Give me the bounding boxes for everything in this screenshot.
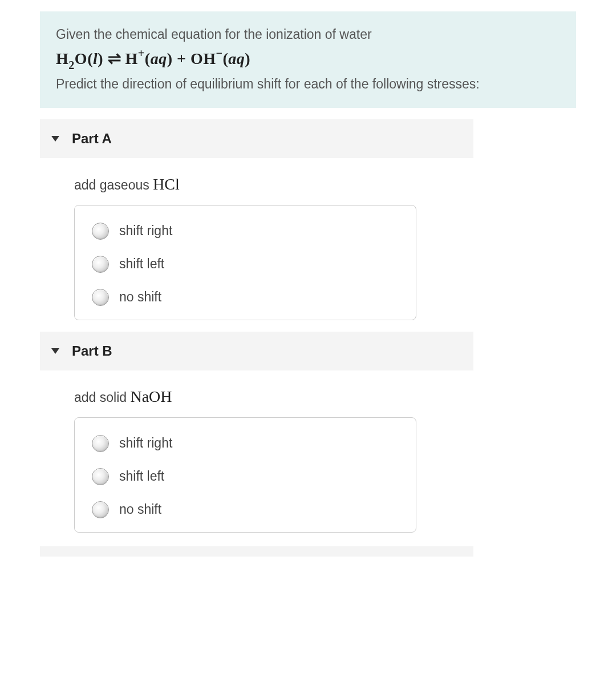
radio-icon: [92, 289, 109, 306]
option-label: no shift: [119, 502, 161, 517]
footer-strip: [40, 546, 473, 557]
part-a-header[interactable]: Part A: [40, 119, 473, 158]
part-b: Part B add solid NaOH shift right shift …: [40, 332, 473, 533]
part-a: Part A add gaseous HCl shift right shift…: [40, 119, 473, 320]
option-label: shift right: [119, 436, 172, 451]
intro-line2: Predict the direction of equilibrium shi…: [56, 75, 560, 94]
part-a-prompt: add gaseous HCl: [74, 175, 473, 194]
part-b-option-no-shift[interactable]: no shift: [92, 501, 399, 518]
radio-icon: [92, 501, 109, 518]
option-label: shift right: [119, 223, 172, 239]
radio-icon: [92, 256, 109, 273]
intro-line1: Given the chemical equation for the ioni…: [56, 25, 560, 44]
part-b-header[interactable]: Part B: [40, 332, 473, 370]
option-label: shift left: [119, 256, 164, 272]
part-b-options: shift right shift left no shift: [74, 417, 416, 533]
part-a-option-shift-right[interactable]: shift right: [92, 223, 399, 240]
question-page: Given the chemical equation for the ioni…: [0, 11, 616, 579]
part-b-prompt: add solid NaOH: [74, 388, 473, 406]
part-a-prompt-chem: HCl: [153, 175, 180, 193]
part-b-title: Part B: [72, 343, 112, 359]
part-b-option-shift-left[interactable]: shift left: [92, 468, 399, 485]
chevron-down-icon: [51, 348, 59, 354]
radio-icon: [92, 435, 109, 452]
part-b-prompt-prefix: add solid: [74, 390, 130, 405]
chemical-equation: H2O(l) ⇌ H+(aq) + OH−(aq): [56, 46, 560, 72]
part-a-title: Part A: [72, 131, 112, 147]
part-a-options: shift right shift left no shift: [74, 205, 416, 320]
option-label: shift left: [119, 469, 164, 484]
part-b-prompt-chem: NaOH: [130, 388, 172, 405]
radio-icon: [92, 468, 109, 485]
part-b-option-shift-right[interactable]: shift right: [92, 435, 399, 452]
part-a-prompt-prefix: add gaseous: [74, 178, 153, 192]
part-a-option-no-shift[interactable]: no shift: [92, 289, 399, 306]
chevron-down-icon: [51, 136, 59, 142]
option-label: no shift: [119, 289, 161, 305]
intro-panel: Given the chemical equation for the ioni…: [40, 11, 576, 108]
radio-icon: [92, 223, 109, 240]
part-a-option-shift-left[interactable]: shift left: [92, 256, 399, 273]
